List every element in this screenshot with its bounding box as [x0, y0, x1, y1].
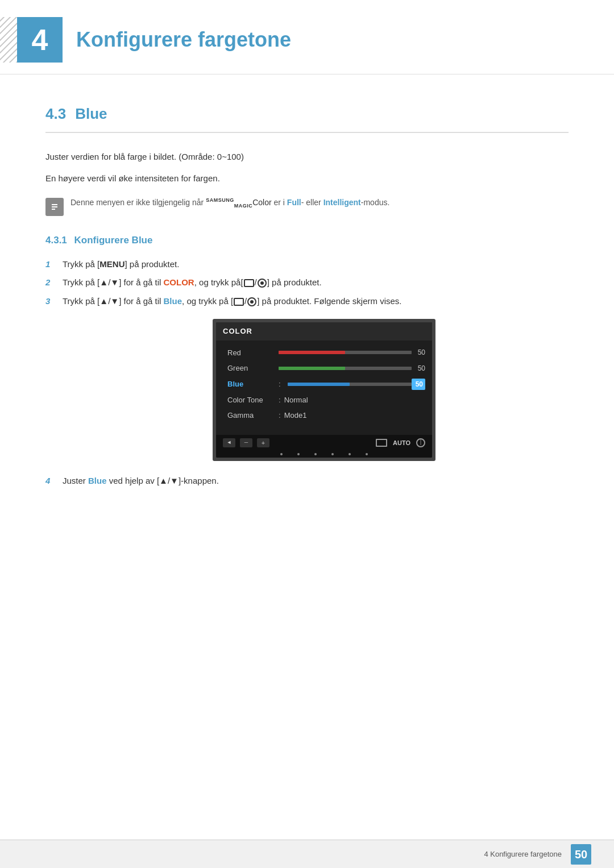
step-1-text: Trykk på [MENU] på produktet.: [63, 258, 179, 271]
chapter-title: Konfigurere fargetone: [76, 24, 291, 55]
blue-highlight-step3: Blue: [164, 296, 182, 306]
brand-color-word: Color: [252, 198, 271, 207]
blue-highlight-step4: Blue: [88, 476, 107, 485]
step-1-number: 1: [45, 258, 63, 271]
menu-row-green: Green 50: [227, 360, 425, 376]
step-4-text: Juster Blue ved hjelp av [▲/▼]-knappen.: [63, 475, 219, 488]
dot-4: [331, 453, 334, 455]
magic-sub: MAGIC: [234, 203, 253, 209]
step-4-container: 4 Juster Blue ved hjelp av [▲/▼]-knappen…: [45, 475, 569, 488]
btn-icon-rect-2: [234, 298, 244, 306]
menu-key: MENU: [99, 259, 125, 269]
footer-page-number: 50: [571, 844, 591, 865]
ctrl-auto-text: AUTO: [393, 438, 410, 448]
ctrl-plus: [257, 438, 269, 447]
step-3-number: 3: [45, 295, 63, 308]
monitor-menu-title: COLOR: [223, 327, 252, 335]
menu-label-blue: Blue: [227, 379, 279, 390]
note-box: Denne menyen er ikke tilgjengelig når SA…: [45, 197, 569, 216]
ctrl-monitor-icon: [376, 439, 387, 447]
page-number-text: 50: [575, 846, 587, 863]
menu-colon-color-tone: :: [279, 394, 281, 406]
dot-5: [349, 453, 351, 455]
note-icon: [45, 198, 64, 216]
step-4-number: 4: [45, 475, 63, 488]
step-3-text: Trykk på [▲/▼] for å gå til Blue, og try…: [63, 295, 402, 308]
menu-row-gamma: Gamma : Mode1: [227, 408, 425, 423]
main-content: 4.3 Blue Juster verdien for blå farge i …: [0, 74, 614, 545]
menu-row-color-tone: Color Tone : Normal: [227, 392, 425, 408]
spacer: [227, 423, 425, 430]
chapter-header: 4 Konfigurere fargetone: [0, 0, 614, 74]
chapter-header-left: 4: [0, 17, 76, 63]
chapter-number: 4: [32, 18, 48, 62]
menu-bar-fill-green: [279, 367, 345, 370]
monitor-content: Red 50 Green: [216, 340, 432, 435]
svg-rect-3: [52, 209, 55, 210]
menu-bar-fill-red: [279, 351, 345, 354]
step-2: 2 Trykk på [▲/▼] for å gå til COLOR, og …: [45, 276, 569, 289]
step-4: 4 Juster Blue ved hjelp av [▲/▼]-knappen…: [45, 475, 569, 488]
menu-bar-container-green: [279, 367, 412, 370]
monitor-controls: AUTO: [216, 435, 432, 451]
menu-value-blue: 50: [412, 379, 425, 390]
brand-samsung: SAMSUNGMAGICColor: [206, 198, 271, 207]
menu-bar-container-red: [279, 351, 412, 354]
step-2-number: 2: [45, 276, 63, 289]
dot-3: [314, 453, 317, 455]
ctrl-right: AUTO: [376, 438, 425, 448]
ctrl-power-icon: [416, 438, 425, 447]
menu-bar-track-red: [279, 351, 412, 354]
btn-icon-circle: [258, 279, 267, 288]
menu-value-green: 50: [412, 363, 425, 373]
menu-bar-fill-blue: [288, 383, 350, 386]
menu-label-color-tone: Color Tone: [227, 394, 279, 406]
full-highlight: Full: [287, 198, 301, 207]
dot-6: [366, 453, 368, 455]
menu-colon-gamma: :: [279, 410, 281, 421]
page-footer: 4 Konfigurere fargetone 50: [0, 840, 614, 868]
menu-option-color-tone: Normal: [284, 394, 308, 406]
monitor-container: COLOR Red 50: [80, 319, 569, 461]
menu-bar-track-blue: [288, 383, 412, 386]
svg-rect-1: [52, 204, 57, 205]
menu-row-blue: Blue : 50: [227, 376, 425, 392]
btn-icon-circle-2: [247, 297, 256, 306]
step-1: 1 Trykk på [MENU] på produktet.: [45, 258, 569, 271]
menu-bar-track-green: [279, 367, 412, 370]
step4-list: 4 Juster Blue ved hjelp av [▲/▼]-knappen…: [45, 475, 569, 488]
intelligent-highlight: Intelligent: [323, 198, 361, 207]
section-number: 4.3: [45, 103, 66, 125]
body-paragraph-2: En høyere verdi vil øke intensiteten for…: [45, 172, 569, 185]
header-decoration: [0, 17, 17, 63]
section-title: Blue: [75, 103, 107, 125]
dot-2: [297, 453, 300, 455]
steps-list: 1 Trykk på [MENU] på produktet. 2 Trykk …: [45, 258, 569, 308]
monitor-menu-bar: COLOR: [216, 322, 432, 340]
menu-label-green: Green: [227, 363, 279, 374]
menu-option-gamma: Mode1: [284, 410, 307, 421]
note-before-brand: Denne menyen er ikke tilgjengelig når: [70, 198, 206, 207]
menu-value-red: 50: [412, 347, 425, 358]
ctrl-arrow-left: [223, 438, 235, 447]
note-end: -modus.: [361, 198, 390, 207]
chapter-number-box: 4: [17, 17, 63, 63]
monitor-shell: COLOR Red 50: [213, 319, 435, 461]
svg-rect-2: [52, 206, 57, 207]
body-paragraph-1: Juster verdien for blå farge i bildet. (…: [45, 150, 569, 164]
color-highlight: COLOR: [164, 277, 194, 287]
footer-chapter-ref: 4 Konfigurere fargetone: [484, 849, 562, 860]
dot-1: [280, 453, 283, 455]
section-heading: 4.3 Blue: [45, 103, 569, 133]
monitor-dots: [216, 451, 432, 458]
menu-row-red: Red 50: [227, 345, 425, 361]
note-middle: - eller: [301, 198, 323, 207]
subsection-heading: 4.3.1 Konfigurere Blue: [45, 233, 569, 248]
ctrl-minus: [240, 438, 252, 447]
menu-label-gamma: Gamma: [227, 410, 279, 421]
samsung-sup: SAMSUNG: [206, 197, 234, 203]
subsection-number: 4.3.1: [45, 235, 67, 246]
menu-bar-container-blue: :: [279, 379, 412, 390]
note-suffix: er i: [272, 198, 287, 207]
menu-label-red: Red: [227, 347, 279, 359]
